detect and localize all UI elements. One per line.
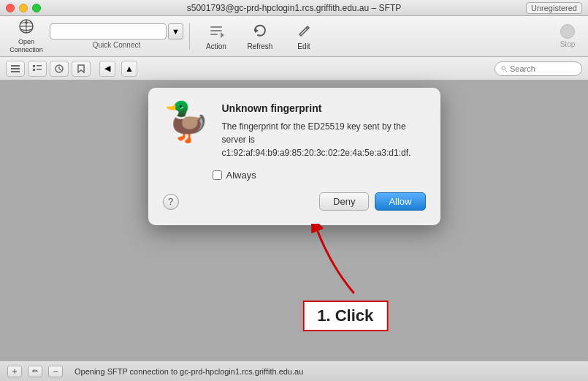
quick-connect-area: ▼ Quick Connect [50, 23, 183, 49]
window-title: s5001793@gc-prd-hpclogin1.rcs.griffith.e… [187, 3, 401, 13]
time-button[interactable] [50, 61, 69, 77]
svg-rect-11 [11, 68, 20, 69]
svg-point-3 [25, 21, 28, 24]
dialog-footer: ? Deny Allow [163, 192, 426, 211]
dialog-header: 🦆 Unknown fingerprint The fingerprint fo… [163, 102, 426, 159]
main-toolbar: Open Connection ▼ Quick Connect Action [0, 16, 588, 57]
always-checkbox-row: Always [213, 170, 426, 181]
quick-connect-label: Quick Connect [93, 41, 141, 49]
svg-line-21 [505, 69, 507, 71]
statusbar: + ✏ − Opening SFTP connection to gc-prd-… [0, 361, 588, 381]
deny-button[interactable]: Deny [319, 192, 369, 211]
svg-rect-16 [37, 69, 42, 70]
quick-connect-input[interactable] [50, 23, 167, 39]
open-connection-button[interactable]: Open Connection [6, 19, 47, 54]
svg-rect-15 [33, 69, 35, 71]
action-icon [208, 23, 224, 41]
refresh-button[interactable]: Refresh [240, 19, 280, 54]
edit-label: Edit [297, 42, 310, 50]
dialog-title: Unknown fingerprint [222, 102, 426, 114]
svg-rect-4 [210, 26, 222, 28]
svg-rect-5 [210, 30, 222, 31]
always-checkbox[interactable] [213, 170, 222, 180]
svg-line-19 [59, 69, 61, 70]
refresh-icon [252, 23, 268, 41]
duck-icon: 🦆 [163, 102, 210, 140]
svg-rect-10 [11, 65, 20, 67]
list-view-button[interactable] [6, 61, 25, 77]
delete-bookmark-button[interactable]: − [48, 366, 63, 377]
titlebar: s5001793@gc-prd-hpclogin1.rcs.griffith.e… [0, 0, 588, 16]
svg-rect-13 [33, 65, 35, 67]
open-connection-icon [18, 18, 34, 37]
quick-connect-dropdown[interactable]: ▼ [168, 23, 183, 39]
edit-button[interactable]: Edit [283, 19, 324, 54]
search-icon [501, 65, 507, 72]
svg-point-20 [502, 66, 505, 69]
open-connection-label: Open Connection [6, 38, 47, 54]
click-label: 1. Click [302, 301, 388, 331]
search-input[interactable] [510, 64, 576, 73]
stop-button[interactable]: Stop [553, 19, 582, 54]
edit-icon [296, 23, 312, 41]
close-button[interactable] [6, 4, 15, 12]
maximize-button[interactable] [32, 4, 41, 12]
refresh-label: Refresh [247, 42, 272, 50]
stop-icon [560, 24, 575, 39]
svg-rect-6 [210, 34, 218, 35]
always-label: Always [226, 170, 256, 181]
unknown-fingerprint-dialog: 🦆 Unknown fingerprint The fingerprint fo… [148, 88, 440, 225]
svg-marker-7 [221, 32, 224, 38]
minimize-button[interactable] [19, 4, 28, 12]
back-button[interactable]: ◀ [99, 61, 115, 77]
up-button[interactable]: ▲ [121, 61, 137, 77]
svg-rect-14 [37, 65, 42, 67]
svg-rect-12 [11, 71, 20, 72]
detail-view-button[interactable] [28, 61, 47, 77]
dialog-message: The fingerprint for the ED25519 key sent… [222, 120, 426, 159]
traffic-lights [6, 4, 41, 12]
add-bookmark-button[interactable]: + [7, 366, 22, 377]
annotation-area: 1. Click [302, 301, 388, 331]
action-button[interactable]: Action [196, 19, 237, 54]
stop-label: Stop [560, 40, 576, 48]
search-box [495, 61, 582, 76]
allow-button[interactable]: Allow [375, 192, 425, 211]
svg-marker-8 [255, 29, 259, 33]
main-area: 🦆 Unknown fingerprint The fingerprint fo… [0, 80, 588, 361]
dialog-buttons: Deny Allow [319, 192, 425, 211]
dialog-content: Unknown fingerprint The fingerprint for … [222, 102, 426, 159]
unregistered-badge: Unregistered [526, 2, 582, 14]
help-button[interactable]: ? [163, 194, 179, 210]
arrow-annotation [310, 224, 369, 297]
secondary-toolbar: ◀ ▲ [0, 57, 588, 80]
svg-line-9 [306, 28, 308, 29]
dialog-overlay: 🦆 Unknown fingerprint The fingerprint fo… [0, 80, 588, 361]
bookmark-button[interactable] [72, 61, 91, 77]
action-label: Action [206, 42, 226, 50]
edit-bookmark-button[interactable]: ✏ [28, 366, 42, 377]
status-text: Opening SFTP connection to gc-prd-hpclog… [75, 367, 303, 376]
toolbar-separator [189, 23, 190, 50]
